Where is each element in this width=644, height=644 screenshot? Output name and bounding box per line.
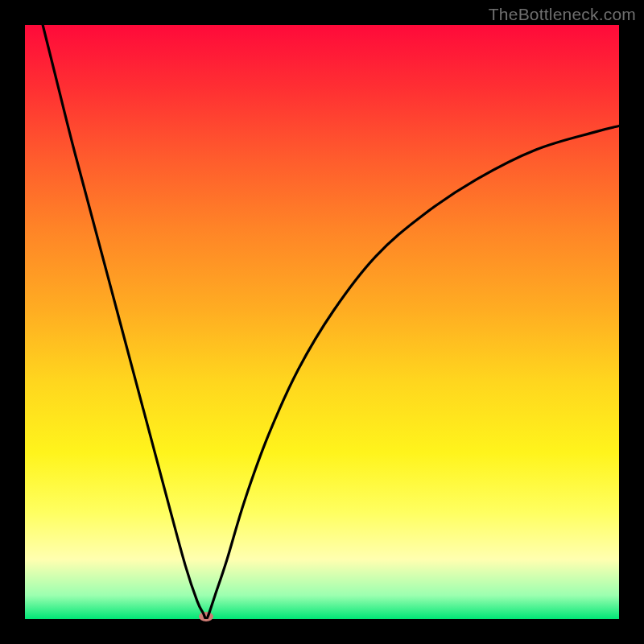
plot-area xyxy=(25,25,619,619)
chart-frame: TheBottleneck.com xyxy=(0,0,644,644)
bottleneck-curve xyxy=(25,25,619,619)
watermark-label: TheBottleneck.com xyxy=(489,5,636,24)
curve-path xyxy=(43,25,619,619)
